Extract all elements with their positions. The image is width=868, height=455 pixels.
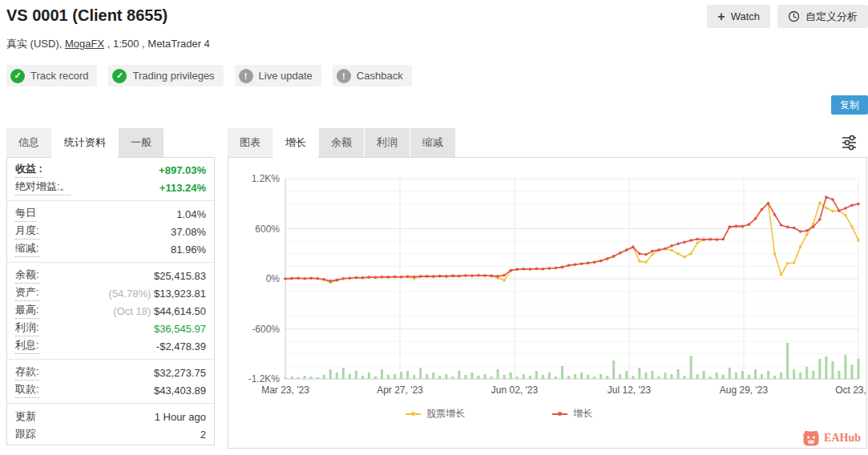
stat-label: 更新: [15, 409, 36, 424]
stat-label: 存款:: [15, 364, 39, 381]
header-actions: + Watch 自定义分析: [707, 5, 868, 28]
tab-balance[interactable]: 余额: [319, 128, 364, 157]
eahub-label: EAHub: [824, 432, 861, 445]
stat-value: (Oct 18) $44,614.50: [113, 305, 206, 317]
badge-label: Trading privileges: [132, 70, 214, 82]
badge-track-record: ✓Track record: [6, 65, 97, 87]
copy-button[interactable]: 复制: [831, 95, 868, 115]
account-page: VS 0001 (Client 8655) 真实 (USD), MogaFX ,…: [0, 0, 868, 455]
stat-value: 37.08%: [171, 226, 206, 238]
page-title: VS 0001 (Client 8655): [6, 6, 168, 25]
check-icon: ✓: [10, 69, 25, 83]
y-axis-tick: -600%: [232, 324, 280, 335]
divider: [7, 359, 214, 360]
stat-value: $25,415.83: [154, 270, 206, 282]
sliders-icon[interactable]: [838, 131, 860, 154]
account-type: 真实 (USD),: [6, 38, 65, 50]
stat-value-note: (54.78%): [109, 288, 154, 300]
x-axis-tick: Aug 29, '23: [705, 385, 782, 396]
y-axis-tick: 600%: [232, 223, 280, 235]
stat-row: 资产:(54.78%) $13,923.81: [7, 284, 214, 302]
tab-general[interactable]: 一般: [119, 128, 164, 157]
divider: [7, 200, 214, 201]
badge-label: Live update: [259, 70, 313, 82]
stat-row: 收益 :+897.03%: [7, 161, 214, 179]
x-axis-tick: Oct 23, '23: [820, 385, 868, 396]
plus-icon: +: [717, 10, 725, 23]
badge-trading-privileges: ✓Trading privileges: [108, 65, 223, 87]
stat-label: 取款:: [15, 382, 39, 398]
exclamation-icon: !: [239, 69, 253, 83]
stat-label: 缩减:: [15, 241, 39, 257]
stat-value: +897.03%: [159, 164, 206, 176]
tab-profit[interactable]: 利润: [365, 128, 410, 157]
stat-label: 收益 :: [15, 162, 42, 178]
tab-info[interactable]: 信息: [6, 128, 51, 157]
watch-button[interactable]: + Watch: [707, 5, 770, 28]
y-axis-tick: 0%: [232, 273, 280, 284]
stat-value: 1.04%: [176, 208, 206, 220]
stat-row: 利润:$36,545.97: [7, 320, 214, 337]
stat-row: 存款:$32,273.75: [7, 364, 214, 381]
y-axis-tick: 1.2K%: [232, 173, 280, 184]
stat-label: 跟踪: [15, 427, 36, 441]
legend-label: 增长: [573, 407, 592, 421]
stats-list: 收益 :+897.03%绝对增益:。+113.24%每日1.04%月度:37.0…: [6, 157, 215, 445]
stats-tabs: 信息统计资料一般: [6, 128, 164, 157]
watch-label: Watch: [731, 10, 760, 22]
legend-item[interactable]: 股票增长: [406, 407, 465, 421]
exclamation-icon: !: [337, 69, 351, 83]
chart-tabs: 图表增长余额利润缩减: [228, 128, 455, 157]
stat-label: 绝对增益:。: [15, 179, 71, 195]
stat-row: 缩减:81.96%: [7, 240, 214, 258]
stat-label: 利润:: [15, 320, 39, 336]
stat-row: 绝对增益:。+113.24%: [7, 179, 214, 196]
check-icon: ✓: [112, 69, 127, 83]
stat-row: 每日1.04%: [7, 205, 214, 223]
legend-label: 股票增长: [426, 407, 465, 421]
clock-icon: [788, 10, 800, 22]
eahub-watermark[interactable]: EAHub: [802, 429, 861, 447]
stat-row: 更新1 Hour ago: [7, 408, 214, 425]
stat-value: -$2,478.39: [156, 340, 206, 352]
stat-row: 最高:(Oct 18) $44,614.50: [7, 302, 214, 320]
stat-row: 月度:37.08%: [7, 223, 214, 240]
custom-analysis-button[interactable]: 自定义分析: [777, 5, 868, 28]
divider: [7, 262, 214, 263]
x-axis-tick: Apr 27, '23: [361, 385, 438, 396]
stat-value: 81.96%: [171, 244, 206, 256]
stat-label: 余额:: [15, 268, 39, 284]
stat-label: 资产:: [15, 285, 39, 301]
x-axis-tick: Jun 02, '23: [476, 385, 553, 396]
stat-row: 余额:$25,415.83: [7, 267, 214, 284]
stat-row: 取款:$43,403.89: [7, 381, 214, 399]
legend-item[interactable]: 增长: [552, 407, 592, 421]
stat-label: 最高:: [15, 303, 39, 319]
stat-value: +113.24%: [159, 182, 206, 194]
x-axis-tick: Jul 12, '23: [591, 385, 668, 396]
stat-value: (54.78%) $13,923.81: [109, 288, 206, 300]
eahub-logo-icon: [802, 429, 820, 447]
account-subtitle: 真实 (USD), MogaFX , 1:500 , MetaTrader 4: [6, 37, 210, 51]
tab-chart[interactable]: 图表: [228, 128, 273, 157]
tab-growth[interactable]: 增长: [273, 128, 318, 158]
stat-row: 利息:-$2,478.39: [7, 337, 214, 355]
legend-marker-icon: [552, 413, 567, 415]
chart-area: EAHub 1.2K%600%0%-600%-1.2K%Mar 23, '23A…: [228, 157, 867, 449]
stat-label: 每日: [15, 206, 36, 222]
badge-live-update: !Live update: [235, 65, 321, 87]
badge-cashback: !Cashback: [333, 65, 412, 87]
stat-value-note: (Oct 18): [113, 305, 154, 317]
badge-label: Cashback: [357, 70, 403, 82]
stat-value: $32,273.75: [154, 367, 206, 379]
tab-statistics[interactable]: 统计资料: [52, 128, 118, 158]
stat-value: 2: [200, 429, 206, 441]
divider: [7, 403, 214, 404]
stat-value: $43,403.89: [154, 385, 206, 397]
broker-link[interactable]: MogaFX: [65, 38, 104, 50]
stat-label: 月度:: [15, 223, 39, 240]
badge-label: Track record: [30, 70, 88, 82]
tab-drawdown[interactable]: 缩减: [410, 128, 455, 157]
account-details: , 1:500 , MetaTrader 4: [104, 38, 210, 50]
y-axis-tick: -1.2K%: [232, 373, 280, 385]
